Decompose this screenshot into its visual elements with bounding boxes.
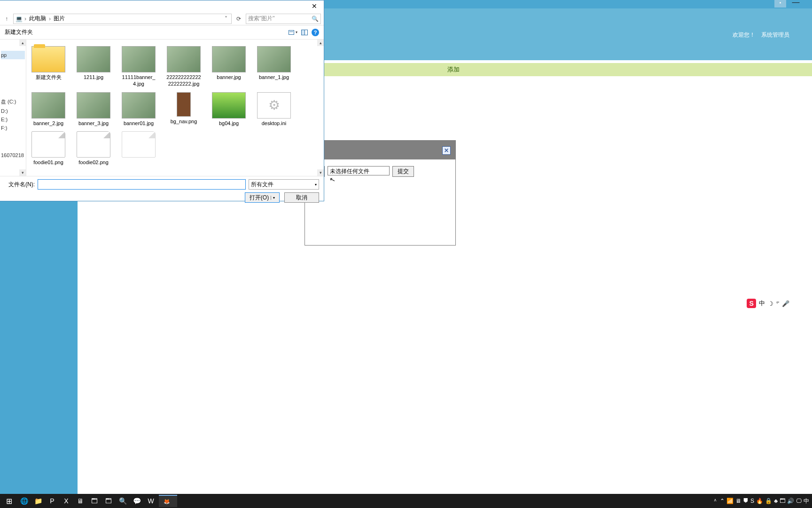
browser-user-button[interactable]: ▪: [774, 0, 786, 8]
file-item[interactable]: 1211.jpg: [75, 46, 112, 87]
search-icon: 🔍: [312, 16, 319, 22]
file-item[interactable]: 11111banner_4.jpg: [120, 46, 157, 87]
browser-minimize-button[interactable]: —: [790, 0, 802, 8]
file-thumbnail: [212, 46, 246, 72]
tray-icon[interactable]: ＾: [712, 497, 718, 505]
file-item[interactable]: bg_nav.png: [165, 92, 202, 127]
tree-item[interactable]: F:): [1, 124, 25, 132]
taskbar-ppt-button[interactable]: P: [46, 495, 58, 507]
chevron-down-icon[interactable]: ▾: [271, 196, 275, 200]
file-thumbnail: [122, 92, 156, 119]
tree-item[interactable]: 16070218: [1, 151, 25, 159]
file-item[interactable]: banner_1.jpg: [256, 46, 292, 87]
tray-icon[interactable]: 🗔: [780, 498, 785, 504]
taskbar-excel-button[interactable]: X: [60, 495, 72, 507]
tree-item[interactable]: pp: [1, 51, 25, 59]
nav-refresh-button[interactable]: ⟳: [234, 15, 243, 23]
file-item[interactable]: 新建文件夹: [30, 46, 67, 87]
new-folder-button[interactable]: 新建文件夹: [5, 28, 33, 36]
taskbar: ⊞🌐📁PX🖥🗔🗔🔍💬W 🦊 ＾⌃📶🖥⛊S🔥🔒♣🗔🔊🖵中: [0, 494, 812, 508]
view-mode-button[interactable]: ▾: [289, 30, 297, 35]
file-item[interactable]: banner01.jpg: [120, 92, 157, 127]
file-dialog-close-button[interactable]: ✕: [308, 2, 321, 10]
upload-submit-button[interactable]: 提交: [392, 166, 414, 177]
ime-mode[interactable]: 中: [759, 299, 765, 308]
file-list[interactable]: ▴ 新建文件夹1211.jpg11111banner_4.jpg22222222…: [26, 40, 324, 176]
system-tray[interactable]: ＾⌃📶🖥⛊S🔥🔒♣🗔🔊🖵中: [710, 497, 812, 505]
cancel-button[interactable]: 取消: [284, 192, 319, 203]
tree-scroll-up-button[interactable]: ▴: [19, 40, 26, 46]
breadcrumb-pc[interactable]: 此电脑: [28, 15, 47, 23]
mic-icon[interactable]: 🎤: [782, 300, 789, 307]
folder-tree[interactable]: ▴ pp 盘 (C:) D:) E:) F:) 16070218 ▾: [0, 40, 26, 176]
file-name: bg04.jpg: [211, 120, 247, 127]
file-item[interactable]: banner_2.jpg: [30, 92, 67, 127]
file-dialog-footer: 文件名(N): 所有文件 ▾ 打开(O) ▾ 取消: [0, 176, 324, 202]
file-thumbnail: [257, 92, 291, 119]
filename-input[interactable]: [38, 179, 246, 190]
tray-icon[interactable]: 📶: [726, 498, 734, 504]
taskbar-magnifier-button[interactable]: 🔍: [117, 495, 129, 507]
breadcrumb-folder[interactable]: 图片: [53, 15, 66, 23]
taskbar-explorer-button[interactable]: 📁: [32, 495, 44, 507]
breadcrumb[interactable]: 💻 › 此电脑 › 图片 ˅: [13, 14, 232, 24]
add-label: 添加: [447, 65, 460, 74]
upload-dialog: ✕ 文件 未选择任何文件 提交: [304, 140, 456, 246]
preview-pane-button[interactable]: [301, 30, 308, 35]
file-name: banner_1.jpg: [256, 74, 292, 81]
file-item[interactable]: 22222222222222222222.jpg: [165, 46, 202, 87]
file-item[interactable]: banner_3.jpg: [75, 92, 112, 127]
file-thumbnail: [77, 92, 110, 119]
tray-icon[interactable]: 🔥: [756, 498, 763, 504]
file-item[interactable]: foodie01.png: [30, 131, 67, 166]
tree-item[interactable]: 盘 (C:): [1, 97, 25, 107]
upload-close-button[interactable]: ✕: [442, 146, 451, 155]
tray-icon[interactable]: 🖥: [735, 498, 741, 504]
file-dialog-body: ▴ pp 盘 (C:) D:) E:) F:) 16070218 ▾ ▴ 新建文…: [0, 40, 324, 176]
tray-icon[interactable]: 🖵: [796, 498, 802, 504]
taskbar-qq-button[interactable]: 💬: [131, 495, 143, 507]
ime-punct-icon[interactable]: °': [776, 301, 779, 306]
file-item[interactable]: foodie02.png: [75, 131, 112, 166]
file-thumbnail: [167, 46, 201, 72]
sogou-icon[interactable]: S: [747, 299, 756, 308]
tree-item[interactable]: E:): [1, 115, 25, 124]
taskbar-term-button[interactable]: 🖥: [74, 495, 86, 507]
tree-item[interactable]: D:): [1, 107, 25, 115]
breadcrumb-history-button[interactable]: ˅: [223, 16, 229, 22]
taskbar-app-active[interactable]: 🦊: [159, 495, 177, 507]
tray-icon[interactable]: ⌃: [720, 498, 725, 504]
tray-icon[interactable]: S: [750, 498, 754, 504]
tree-scroll-down-button[interactable]: ▾: [19, 169, 26, 176]
tray-icon[interactable]: 🔊: [787, 498, 794, 504]
filetype-combo[interactable]: 所有文件 ▾: [249, 179, 319, 190]
file-dialog-titlebar[interactable]: ✕: [0, 0, 324, 12]
taskbar-start-button[interactable]: ⊞: [2, 495, 16, 507]
file-name: banner01.jpg: [120, 120, 157, 127]
file-item[interactable]: banner.jpg: [211, 46, 247, 87]
filetype-value: 所有文件: [251, 181, 273, 189]
file-name: 11111banner_4.jpg: [120, 74, 157, 87]
file-item[interactable]: bg04.jpg: [211, 92, 247, 127]
taskbar-chrome-button[interactable]: 🌐: [18, 495, 30, 507]
tray-icon[interactable]: ⛊: [743, 498, 749, 504]
taskbar-window1-button[interactable]: 🗔: [88, 495, 101, 507]
moon-icon[interactable]: ☽: [768, 300, 773, 307]
ime-toolbar[interactable]: S 中 ☽ °' 🎤: [747, 299, 789, 308]
taskbar-window2-button[interactable]: 🗔: [102, 495, 115, 507]
file-item[interactable]: desktop.ini: [256, 92, 292, 127]
upload-dialog-titlebar[interactable]: ✕: [305, 141, 455, 159]
app-icon: 🦊: [164, 499, 170, 505]
nav-up-button[interactable]: ↑: [3, 15, 10, 23]
tray-icon[interactable]: ♣: [774, 498, 778, 504]
file-name: 新建文件夹: [30, 74, 67, 81]
open-button[interactable]: 打开(O) ▾: [245, 192, 280, 203]
files-scroll-up-button[interactable]: ▴: [317, 40, 324, 46]
file-item[interactable]: [120, 131, 157, 166]
taskbar-word-button[interactable]: W: [145, 495, 157, 507]
help-button[interactable]: ?: [312, 29, 319, 36]
tray-icon[interactable]: 🔒: [765, 498, 772, 504]
files-scroll-down-button[interactable]: ▾: [317, 169, 324, 176]
search-input[interactable]: 搜索"图片" 🔍: [246, 14, 321, 24]
tray-icon[interactable]: 中: [804, 497, 809, 505]
